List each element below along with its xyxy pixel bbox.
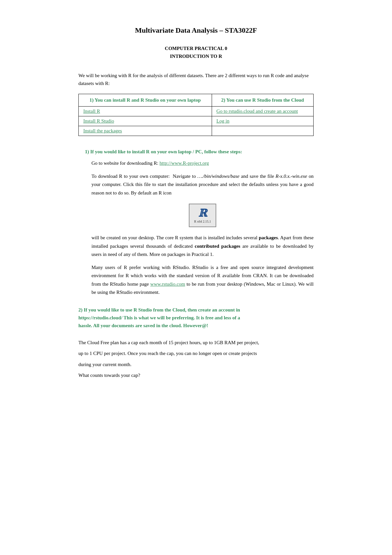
col2-header: 2) You can use R Studio from the Cloud — [212, 94, 313, 107]
r-icon-label: R x64 2.15.1 — [194, 220, 211, 223]
subtitle-line1: COMPUTER PRACTICAL 0 — [78, 44, 314, 52]
section1-para2: To download R to your own computer: Navi… — [91, 172, 314, 197]
subtitle-block: COMPUTER PRACTICAL 0 INTRODUCTION TO R — [78, 44, 314, 60]
section1-para1: Go to website for downloading R: http://… — [91, 159, 314, 168]
col2-row2: Log in — [212, 116, 313, 126]
r-project-link[interactable]: http://www.R-project.org — [159, 160, 209, 166]
col2-row3 — [212, 126, 313, 136]
table-row: Install R Studio Log in — [79, 116, 314, 126]
bottom-p1: The Cloud Free plan has a cap each month… — [78, 339, 314, 347]
r-icon: ℝ — [194, 208, 211, 219]
section1-para4: Many users of R prefer working with RStu… — [91, 263, 314, 297]
col2-row1: Go to rstudio.cloud and create an accoun… — [212, 107, 313, 116]
bottom-p4: What counts towards your cap? — [78, 371, 314, 380]
col1-row3: Install the packages — [79, 126, 212, 136]
section2-line3: hassle. All your documents are saved in … — [78, 323, 208, 328]
section2-line2: https://rstudio.cloud/ This is what we w… — [78, 315, 240, 320]
table-row: Install the packages — [79, 126, 314, 136]
comparison-table: 1) You can install R and R Studio on you… — [78, 94, 314, 136]
r-icon-container: ℝ R x64 2.15.1 — [91, 204, 314, 227]
intro-paragraph: We will be working with R for the analys… — [78, 72, 314, 87]
col1-row2: Install R Studio — [79, 116, 212, 126]
section2-heading: 2) If you would like to use R Studio fro… — [78, 306, 314, 329]
bottom-p3: during your current month. — [78, 361, 314, 369]
section1-para3: will be created on your desktop. The cor… — [91, 234, 314, 259]
table-row: Install R Go to rstudio.cloud and create… — [79, 107, 314, 116]
section1: 1) If you would like to install R on you… — [78, 149, 314, 297]
subtitle-line2: INTRODUCTION TO R — [78, 52, 314, 60]
page-title: Multivariate Data Analysis – STA3022F — [78, 26, 314, 35]
col1-header: 1) You can install R and R Studio on you… — [79, 94, 212, 107]
col1-row1: Install R — [79, 107, 212, 116]
section2: 2) If you would like to use R Studio fro… — [78, 306, 314, 329]
rstudio-link[interactable]: www.rstudio.com — [150, 281, 185, 287]
bottom-text: The Cloud Free plan has a cap each month… — [78, 339, 314, 380]
section2-line1: 2) If you would like to use R Studio fro… — [78, 307, 240, 312]
section1-heading: 1) If you would like to install R on you… — [85, 149, 314, 155]
section1-para1-prefix: Go to website for downloading R: — [91, 160, 159, 166]
r-icon-box: ℝ R x64 2.15.1 — [189, 204, 216, 227]
bottom-p2: up to 1 CPU per project. Once you reach … — [78, 349, 314, 358]
